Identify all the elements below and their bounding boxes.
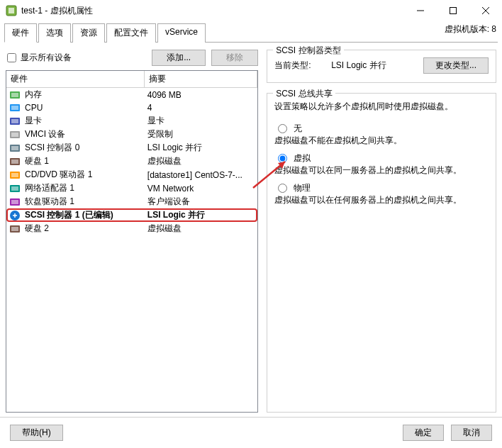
change-type-button[interactable]: 更改类型... [423, 57, 489, 74]
device-name: SCSI 控制器 1 (已编辑) [25, 209, 113, 221]
device-icon [9, 102, 21, 113]
device-name: 硬盘 1 [25, 155, 49, 167]
svg-rect-11 [11, 119, 18, 123]
radio-none-label: 无 [294, 123, 302, 135]
table-row[interactable]: 硬盘 1虚拟磁盘 [6, 155, 257, 168]
virtual-desc: 虚拟磁盘可以在同一服务器上的虚拟机之间共享。 [274, 164, 489, 177]
device-icon [9, 210, 21, 221]
table-row[interactable]: CD/DVD 驱动器 1[datastore1] CentOS-7-... [6, 168, 257, 181]
bus-hint: 设置策略以允许多个虚拟机同时使用虚拟磁盘。 [274, 101, 489, 113]
device-icon [9, 129, 21, 140]
device-icon [9, 116, 21, 127]
table-row[interactable]: VMCI 设备受限制 [6, 128, 257, 141]
close-button[interactable] [469, 0, 502, 21]
device-name: CPU [25, 103, 43, 113]
table-row[interactable]: 内存4096 MB [6, 88, 257, 101]
remove-button[interactable]: 移除 [211, 50, 258, 66]
table-row[interactable]: CPU4 [6, 101, 257, 114]
tab-options[interactable]: 选项 [38, 23, 71, 43]
col-summary[interactable]: 摘要 [145, 71, 257, 87]
current-type-label: 当前类型: [274, 60, 324, 72]
device-summary: 4 [145, 103, 257, 113]
window-controls [404, 0, 502, 21]
footer: 帮助(H) 确定 取消 [0, 417, 502, 448]
device-summary: 4096 MB [145, 90, 257, 100]
col-hardware[interactable]: 硬件 [6, 71, 145, 87]
table-row[interactable]: 网络适配器 1VM Network [6, 181, 257, 195]
table-row[interactable]: 硬盘 2虚拟磁盘 [6, 222, 257, 235]
table-row[interactable]: SCSI 控制器 1 (已编辑)LSI Logic 并行 [6, 208, 257, 222]
tab-hardware[interactable]: 硬件 [4, 23, 37, 43]
physical-desc: 虚拟磁盘可以在任何服务器上的虚拟机之间共享。 [274, 194, 489, 206]
tab-profiles[interactable]: 配置文件 [106, 23, 156, 43]
current-type-value: LSI Logic 并行 [331, 60, 416, 72]
titlebar: test-1 - 虚拟机属性 [0, 0, 502, 21]
device-summary: [datastore1] CentOS-7-... [145, 170, 257, 180]
tab-vservice[interactable]: vService [157, 23, 206, 43]
device-name: 内存 [25, 89, 42, 101]
show-all-checkbox[interactable] [7, 53, 16, 62]
device-icon [9, 183, 21, 194]
cancel-button[interactable]: 取消 [451, 425, 492, 441]
vm-version-label: 虚拟机版本: 8 [445, 23, 496, 35]
minimize-button[interactable] [404, 0, 437, 21]
device-name: 网络适配器 1 [25, 182, 74, 194]
svg-rect-26 [11, 227, 18, 231]
svg-rect-17 [11, 159, 18, 164]
controller-type-group: SCSI 控制器类型 当前类型: LSI Logic 并行 更改类型... [267, 50, 496, 83]
svg-rect-19 [11, 173, 18, 177]
svg-rect-7 [11, 93, 18, 97]
device-icon [9, 156, 21, 167]
tabs: 硬件 选项 资源 配置文件 vService [4, 21, 498, 43]
app-icon [6, 5, 17, 16]
device-name: 软盘驱动器 1 [25, 196, 74, 208]
device-summary: 受限制 [145, 128, 257, 140]
device-name: 显卡 [25, 115, 42, 127]
window-title: test-1 - 虚拟机属性 [21, 5, 404, 17]
radio-none[interactable] [278, 124, 287, 133]
ok-button[interactable]: 确定 [403, 425, 444, 441]
device-name: SCSI 控制器 0 [25, 142, 79, 154]
help-button[interactable]: 帮助(H) [10, 425, 63, 441]
show-all-label: 显示所有设备 [21, 52, 72, 64]
device-summary: 虚拟磁盘 [145, 223, 257, 235]
none-desc: 虚拟磁盘不能在虚拟机之间共享。 [274, 135, 489, 147]
device-icon [9, 169, 21, 181]
svg-rect-15 [11, 146, 18, 150]
svg-rect-13 [11, 133, 18, 137]
svg-rect-21 [11, 186, 18, 191]
svg-rect-1 [9, 8, 14, 13]
device-icon [9, 142, 21, 154]
hardware-table: 硬件 摘要 内存4096 MBCPU4显卡显卡VMCI 设备受限制SCSI 控制… [6, 70, 258, 413]
svg-rect-23 [11, 200, 18, 204]
table-row[interactable]: SCSI 控制器 0LSI Logic 并行 [6, 141, 257, 155]
device-name: VMCI 设备 [25, 128, 65, 140]
bus-sharing-legend: SCSI 总线共享 [273, 88, 335, 100]
tab-resources[interactable]: 资源 [72, 23, 105, 43]
radio-virtual[interactable] [278, 154, 287, 163]
bus-sharing-group: SCSI 总线共享 设置策略以允许多个虚拟机同时使用虚拟磁盘。 无 虚拟磁盘不能… [267, 93, 496, 413]
radio-physical-label: 物理 [294, 182, 311, 194]
svg-rect-3 [450, 8, 457, 14]
device-summary: 虚拟磁盘 [145, 155, 257, 167]
svg-rect-9 [11, 106, 18, 110]
device-summary: LSI Logic 并行 [145, 209, 257, 221]
device-icon [9, 196, 21, 208]
device-summary: VM Network [145, 184, 257, 194]
device-summary: 显卡 [145, 115, 257, 127]
device-name: 硬盘 2 [25, 223, 49, 235]
controller-type-legend: SCSI 控制器类型 [273, 45, 343, 57]
device-name: CD/DVD 驱动器 1 [25, 169, 92, 181]
table-row[interactable]: 软盘驱动器 1客户端设备 [6, 195, 257, 208]
device-summary: 客户端设备 [145, 196, 257, 208]
table-row[interactable]: 显卡显卡 [6, 114, 257, 128]
device-summary: LSI Logic 并行 [145, 142, 257, 154]
device-icon [9, 223, 21, 235]
maximize-button[interactable] [437, 0, 469, 21]
radio-physical[interactable] [278, 184, 287, 193]
radio-virtual-label: 虚拟 [294, 152, 311, 164]
device-icon [9, 89, 21, 101]
add-button[interactable]: 添加... [152, 50, 206, 66]
